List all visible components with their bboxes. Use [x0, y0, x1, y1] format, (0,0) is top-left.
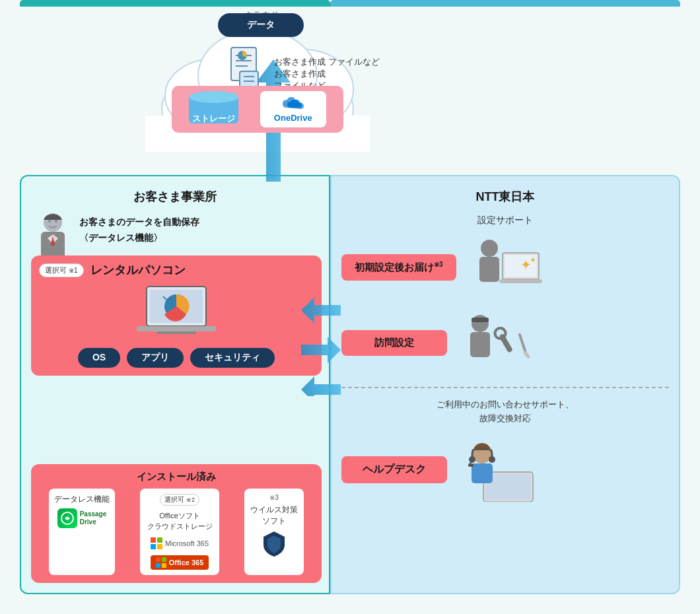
visit-setup-button[interactable]: 訪問設定 [341, 330, 447, 356]
support-subtitle: 設定サポート [341, 215, 669, 226]
onedrive-label: OneDrive [274, 113, 312, 123]
virus-label: ウイルス対策ソフト [250, 504, 298, 527]
svg-rect-27 [137, 326, 216, 331]
right-panel-top-bar [330, 0, 680, 7]
svg-rect-31 [157, 537, 162, 543]
rental-pc-box: 選択可 ※1 レンタルパソコン [31, 256, 322, 376]
svg-rect-39 [479, 257, 499, 282]
cloud-storage-area: ストレージ OneDrive [172, 86, 343, 133]
helpdesk-section: ご利用中のお問い合わせサポート、故障交換対応 ヘルプデスク [341, 398, 669, 504]
ms365-text: Microsoft 365 [165, 539, 209, 547]
selectable-badge-2: 選択可 ※2 [160, 494, 199, 506]
svg-marker-16 [301, 376, 341, 396]
svg-point-18 [48, 220, 51, 222]
note1-text: ※1 [69, 267, 78, 274]
support-section: 設定サポート 初期設定後お届け※3 [341, 215, 669, 504]
office-soft-label: Officeソフトクラウドストレージ [147, 511, 213, 531]
document-icon [228, 46, 264, 92]
svg-rect-57 [472, 463, 493, 483]
app-button: アプリ [127, 348, 184, 368]
bidirectional-arrows [301, 290, 341, 396]
svg-point-56 [489, 456, 495, 463]
os-button: OS [78, 348, 120, 368]
svg-rect-30 [151, 537, 156, 543]
install-items: データレス機能 PassageDrive 選択可 [39, 489, 314, 575]
svg-point-45 [472, 315, 489, 332]
main-panels: お客さま事業所 お客さまのデータを自動保存 [20, 175, 680, 594]
initial-setup-row: 初期設定後お届け※3 ✦ ✦ [341, 236, 669, 298]
svg-rect-32 [151, 544, 156, 549]
svg-rect-59 [468, 463, 473, 467]
svg-rect-47 [472, 318, 489, 322]
svg-rect-35 [162, 557, 166, 562]
passage-drive-text: PassageDrive [80, 510, 107, 526]
svg-marker-14 [301, 297, 341, 324]
helpdesk-text: ご利用中のお問い合わせサポート、故障交換対応 [341, 398, 669, 426]
storage-label: ストレージ [189, 113, 238, 125]
passage-drive-logo: PassageDrive [57, 508, 107, 528]
svg-rect-34 [156, 557, 160, 562]
install-item-office: 選択可 ※2 Officeソフトクラウドストレージ Microsoft 365 [140, 489, 219, 575]
initial-setup-button[interactable]: 初期設定後お届け※3 [341, 254, 456, 281]
office365-text: Office 365 [169, 559, 204, 566]
badge-text-1: 選択可 [45, 266, 67, 274]
shield-icon [262, 530, 286, 559]
left-panel: お客さま事業所 お客さまのデータを自動保存 [20, 175, 330, 594]
install-title: インストール済み [39, 471, 314, 483]
selectable-badge-1: 選択可 ※1 [39, 263, 84, 277]
visit-setup-row: 訪問設定 [341, 312, 669, 374]
svg-point-19 [55, 220, 57, 222]
laptop-icon-area [39, 283, 314, 343]
svg-rect-33 [157, 544, 162, 549]
note3-sup: ※3 [434, 261, 443, 268]
cloud-data-bubble: データ [218, 13, 304, 37]
svg-text:✦: ✦ [530, 256, 536, 265]
svg-marker-15 [301, 337, 341, 363]
svg-rect-42 [499, 279, 542, 283]
dataless-label: データレス機能 [54, 494, 110, 505]
initial-setup-label: 初期設定後お届け [355, 261, 434, 273]
passage-icon [57, 508, 77, 528]
security-button: セキュリティ [190, 348, 275, 368]
svg-line-51 [525, 353, 528, 357]
right-panel-title: NTT東日本 [341, 186, 669, 211]
divider [341, 387, 669, 388]
os-buttons: OS アプリ セキュリティ [39, 348, 314, 368]
svg-rect-36 [156, 563, 160, 568]
office-header: 選択可 ※2 [160, 494, 199, 506]
helpdesk-button[interactable]: ヘルプデスク [341, 456, 447, 483]
install-item-dataless: データレス機能 PassageDrive [49, 489, 115, 575]
svg-rect-28 [157, 331, 196, 334]
svg-rect-37 [162, 563, 166, 568]
visit-setup-label: 訪問設定 [374, 337, 414, 348]
cloud-bubble-text: データ [247, 19, 275, 31]
helpdesk-row: ヘルプデスク [341, 436, 669, 504]
data-save-text: お客さまのデータを自動保存 〈データレス機能〉 [79, 215, 199, 246]
office365-badge: Office 365 [151, 555, 209, 570]
helpdesk-person [457, 436, 543, 504]
ms365-row: Microsoft 365 [151, 537, 209, 549]
tech-person-2 [457, 312, 536, 374]
left-panel-title: お客さま事業所 [31, 186, 319, 211]
onedrive-box: OneDrive [260, 91, 326, 127]
rental-pc-title: レンタルパソコン [90, 262, 186, 278]
storage-box: ストレージ [189, 91, 238, 127]
svg-rect-46 [470, 332, 490, 357]
install-box: インストール済み データレス機能 PassageDrive [31, 464, 322, 583]
left-panel-top-bar [20, 0, 330, 7]
svg-point-38 [481, 240, 498, 257]
right-panel: NTT東日本 設定サポート 初期設定後お届け※3 [330, 175, 680, 594]
install-item-virus: ※3 ウイルス対策ソフト [244, 489, 304, 575]
note3-label: ※3 [269, 494, 279, 501]
tech-person-1: ✦ ✦ [466, 236, 545, 298]
rental-pc-header: 選択可 ※1 レンタルパソコン [39, 262, 314, 278]
